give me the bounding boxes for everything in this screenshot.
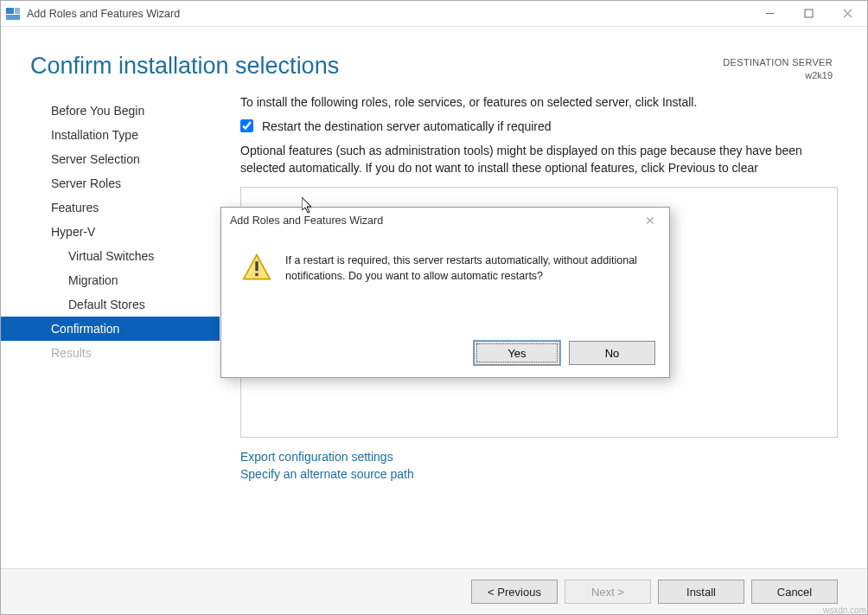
previous-button[interactable]: < Previous [471, 580, 558, 604]
step-hyperv[interactable]: Hyper-V [42, 220, 220, 244]
step-confirmation[interactable]: Confirmation [1, 317, 220, 341]
destination-block: DESTINATION SERVER w2k19 [723, 53, 833, 83]
dialog-close-icon[interactable]: ✕ [640, 214, 661, 227]
install-button[interactable]: Install [658, 580, 744, 604]
footer: < Previous Next > Install Cancel [1, 568, 867, 614]
step-features[interactable]: Features [42, 195, 220, 220]
header: Confirm installation selections DESTINAT… [1, 27, 867, 88]
window-title: Add Roles and Features Wizard [27, 8, 180, 20]
optional-features-note: Optional features (such as administratio… [240, 142, 838, 177]
dialog-message: If a restart is required, this server re… [285, 253, 652, 284]
step-results: Results [42, 341, 220, 365]
destination-label: DESTINATION SERVER [723, 56, 833, 69]
svg-rect-1 [805, 10, 813, 17]
wizard-steps: Before You Begin Installation Type Serve… [42, 95, 220, 568]
restart-checkbox-row[interactable]: Restart the destination server automatic… [240, 119, 838, 133]
page-title: Confirm installation selections [30, 53, 723, 80]
dialog-titlebar: Add Roles and Features Wizard ✕ [221, 208, 669, 234]
warning-icon [242, 253, 271, 282]
titlebar: Add Roles and Features Wizard [1, 1, 867, 27]
svg-rect-6 [255, 273, 258, 276]
svg-rect-5 [255, 261, 258, 271]
dialog-title: Add Roles and Features Wizard [230, 215, 383, 227]
step-server-roles[interactable]: Server Roles [42, 171, 220, 195]
restart-checkbox[interactable] [240, 119, 253, 132]
close-button[interactable] [828, 1, 867, 27]
cancel-button[interactable]: Cancel [751, 580, 838, 604]
app-icon [6, 8, 20, 20]
export-config-link[interactable]: Export configuration settings [240, 450, 838, 464]
watermark: wsxdn.com [823, 605, 866, 615]
restart-confirm-dialog: Add Roles and Features Wizard ✕ If a res… [220, 207, 670, 378]
step-default-stores[interactable]: Default Stores [42, 292, 220, 317]
intro-text: To install the following roles, role ser… [240, 95, 838, 109]
yes-button[interactable]: Yes [474, 341, 560, 365]
no-button[interactable]: No [569, 341, 655, 365]
step-before-you-begin[interactable]: Before You Begin [42, 99, 220, 123]
step-installation-type[interactable]: Installation Type [42, 123, 220, 147]
step-server-selection[interactable]: Server Selection [42, 147, 220, 171]
step-virtual-switches[interactable]: Virtual Switches [42, 244, 220, 268]
alternate-source-link[interactable]: Specify an alternate source path [240, 467, 838, 481]
restart-checkbox-label: Restart the destination server automatic… [262, 119, 552, 133]
maximize-button[interactable] [789, 1, 828, 27]
minimize-button[interactable] [750, 1, 789, 27]
step-migration[interactable]: Migration [42, 268, 220, 292]
next-button: Next > [565, 580, 651, 604]
destination-value: w2k19 [723, 69, 833, 82]
